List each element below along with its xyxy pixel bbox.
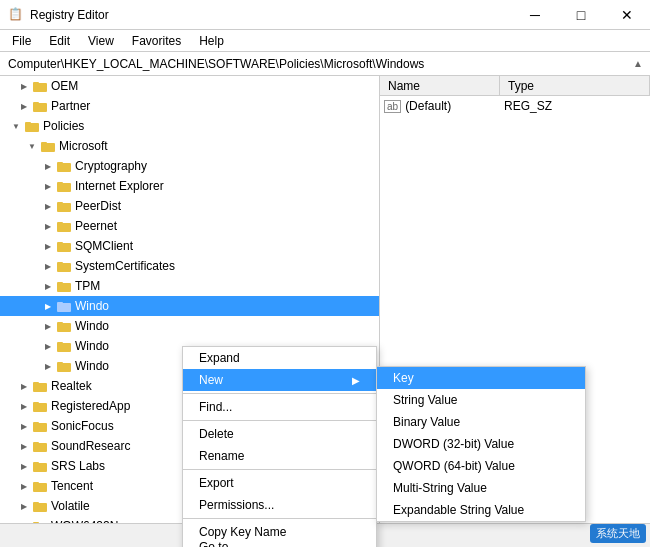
right-row-default[interactable]: ab (Default) REG_SZ <box>380 96 650 116</box>
folder-icon-windo2 <box>56 318 72 334</box>
expander-oem[interactable]: ▶ <box>16 76 32 96</box>
expander-realtek[interactable]: ▶ <box>16 376 32 396</box>
ctx-item-new-label: New <box>199 373 223 387</box>
expander-tpm[interactable]: ▶ <box>40 276 56 296</box>
svg-rect-7 <box>41 142 47 145</box>
svg-rect-31 <box>33 382 39 385</box>
sub-item-dword[interactable]: DWORD (32-bit) Value <box>377 433 585 455</box>
expander-windo4[interactable]: ▶ <box>40 356 56 376</box>
ctx-item-delete[interactable]: Delete <box>183 423 376 445</box>
main-content: ▶ OEM ▶ Partner ▼ Policies <box>0 76 650 523</box>
svg-rect-1 <box>33 82 39 85</box>
tree-label-oem: OEM <box>51 79 375 93</box>
expander-peernet[interactable]: ▶ <box>40 216 56 236</box>
ctx-separator-1 <box>183 393 376 394</box>
tree-item-tpm[interactable]: ▶ TPM <box>0 276 379 296</box>
tree-label-systemcerts: SystemCertificates <box>75 259 375 273</box>
tree-label-windo2: Windo <box>75 319 375 333</box>
right-col-type-default: REG_SZ <box>500 99 650 113</box>
menu-view[interactable]: View <box>80 32 122 50</box>
tree-item-peerdist[interactable]: ▶ PeerDist <box>0 196 379 216</box>
expander-volatile[interactable]: ▶ <box>16 496 32 516</box>
menu-edit[interactable]: Edit <box>41 32 78 50</box>
expander-registeredapp[interactable]: ▶ <box>16 396 32 416</box>
svg-rect-45 <box>33 522 39 523</box>
title-bar-controls: ─ □ ✕ <box>512 0 650 30</box>
tree-item-ie[interactable]: ▶ Internet Explorer <box>0 176 379 196</box>
ctx-item-find[interactable]: Find... <box>183 396 376 418</box>
tree-label-peernet: Peernet <box>75 219 375 233</box>
expander-ie[interactable]: ▶ <box>40 176 56 196</box>
ctx-item-permissions[interactable]: Permissions... <box>183 494 376 516</box>
svg-rect-39 <box>33 462 39 465</box>
sub-item-expandablestring[interactable]: Expandable String Value <box>377 499 585 521</box>
folder-icon-registeredapp <box>32 398 48 414</box>
menu-bar: File Edit View Favorites Help <box>0 30 650 52</box>
sub-item-string[interactable]: String Value <box>377 389 585 411</box>
expander-windo3[interactable]: ▶ <box>40 336 56 356</box>
tree-item-peernet[interactable]: ▶ Peernet <box>0 216 379 236</box>
title-bar-title: Registry Editor <box>30 8 109 22</box>
expander-cryptography[interactable]: ▶ <box>40 156 56 176</box>
expander-policies[interactable]: ▼ <box>8 116 24 136</box>
tree-label-cryptography: Cryptography <box>75 159 375 173</box>
ctx-item-new[interactable]: New ▶ <box>183 369 376 391</box>
minimize-button[interactable]: ─ <box>512 0 558 30</box>
expander-soundresearc[interactable]: ▶ <box>16 436 32 456</box>
sub-item-key[interactable]: Key <box>377 367 585 389</box>
expander-tencent[interactable]: ▶ <box>16 476 32 496</box>
folder-icon-sqmclient <box>56 238 72 254</box>
maximize-button[interactable]: □ <box>558 0 604 30</box>
sub-item-qword[interactable]: QWORD (64-bit) Value <box>377 455 585 477</box>
folder-icon-windo4 <box>56 358 72 374</box>
folder-icon-sonicfocus <box>32 418 48 434</box>
folder-icon-systemcerts <box>56 258 72 274</box>
folder-icon-volatile <box>32 498 48 514</box>
expander-systemcerts[interactable]: ▶ <box>40 256 56 276</box>
tree-item-sqmclient[interactable]: ▶ SQMClient <box>0 236 379 256</box>
svg-rect-43 <box>33 502 39 505</box>
ctx-item-rename[interactable]: Rename <box>183 445 376 467</box>
folder-icon-realtek <box>32 378 48 394</box>
svg-rect-3 <box>33 102 39 105</box>
sub-item-binary[interactable]: Binary Value <box>377 411 585 433</box>
expander-srslabs[interactable]: ▶ <box>16 456 32 476</box>
tree-item-microsoft[interactable]: ▼ Microsoft <box>0 136 379 156</box>
tree-item-systemcerts[interactable]: ▶ SystemCertificates <box>0 256 379 276</box>
ctx-item-gotohkcu[interactable]: Go to HKEY_CURRENT_USER <box>183 543 376 547</box>
tree-item-partner[interactable]: ▶ Partner <box>0 96 379 116</box>
expander-sqmclient[interactable]: ▶ <box>40 236 56 256</box>
menu-help[interactable]: Help <box>191 32 232 50</box>
ctx-item-expand[interactable]: Expand <box>183 347 376 369</box>
expander-windo1[interactable]: ▶ <box>40 296 56 316</box>
folder-icon-tpm <box>56 278 72 294</box>
tree-item-windo1[interactable]: ▶ Windo <box>0 296 379 316</box>
expander-microsoft[interactable]: ▼ <box>24 136 40 156</box>
expander-peerdist[interactable]: ▶ <box>40 196 56 216</box>
svg-rect-41 <box>33 482 39 485</box>
expander-windo2[interactable]: ▶ <box>40 316 56 336</box>
folder-icon-ie <box>56 178 72 194</box>
col-header-type[interactable]: Type <box>500 76 650 95</box>
expander-wow6432[interactable]: ▶ <box>16 516 32 523</box>
svg-rect-17 <box>57 242 63 245</box>
tree-item-cryptography[interactable]: ▶ Cryptography <box>0 156 379 176</box>
expander-sonicfocus[interactable]: ▶ <box>16 416 32 436</box>
col-header-name[interactable]: Name <box>380 76 500 95</box>
sub-item-multistring[interactable]: Multi-String Value <box>377 477 585 499</box>
address-scroll-up[interactable]: ▲ <box>630 54 646 74</box>
right-col-name-default: ab (Default) <box>380 99 500 113</box>
svg-rect-21 <box>57 282 63 285</box>
tree-item-oem[interactable]: ▶ OEM <box>0 76 379 96</box>
close-button[interactable]: ✕ <box>604 0 650 30</box>
folder-icon-srslabs <box>32 458 48 474</box>
ctx-item-export[interactable]: Export <box>183 472 376 494</box>
folder-icon-partner <box>32 98 48 114</box>
tree-item-windo2[interactable]: ▶ Windo <box>0 316 379 336</box>
address-path[interactable]: Computer\HKEY_LOCAL_MACHINE\SOFTWARE\Pol… <box>4 57 630 71</box>
tree-item-policies[interactable]: ▼ Policies <box>0 116 379 136</box>
svg-rect-29 <box>57 362 63 365</box>
expander-partner[interactable]: ▶ <box>16 96 32 116</box>
menu-file[interactable]: File <box>4 32 39 50</box>
menu-favorites[interactable]: Favorites <box>124 32 189 50</box>
